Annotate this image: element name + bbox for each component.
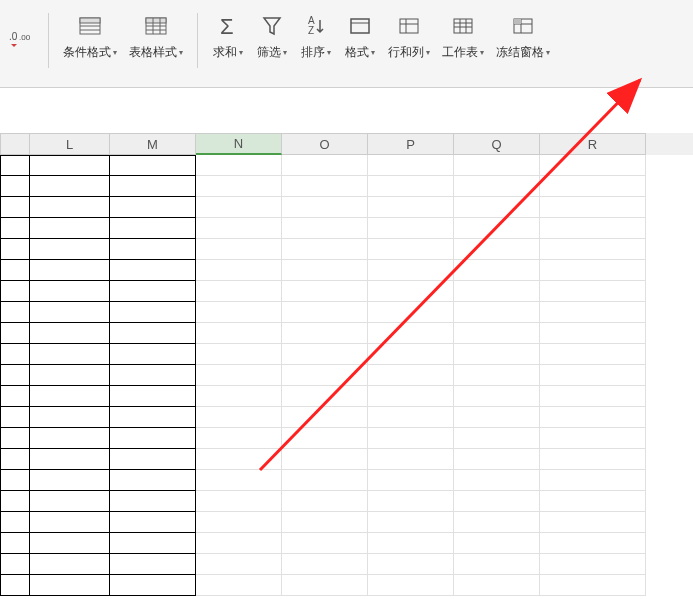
cell[interactable] [454, 386, 540, 407]
column-header[interactable]: O [282, 133, 368, 155]
cell[interactable] [0, 365, 30, 386]
table-style-button[interactable]: 表格样式 ▾ [123, 8, 189, 73]
cell[interactable] [368, 470, 454, 491]
cell[interactable] [0, 281, 30, 302]
column-header[interactable] [0, 133, 30, 155]
cell[interactable] [282, 491, 368, 512]
cell[interactable] [540, 533, 646, 554]
cell[interactable] [368, 302, 454, 323]
cell[interactable] [110, 533, 196, 554]
cell[interactable] [0, 176, 30, 197]
cell[interactable] [368, 197, 454, 218]
cell[interactable] [30, 386, 110, 407]
cell[interactable] [196, 491, 282, 512]
cell[interactable] [454, 218, 540, 239]
cell[interactable] [30, 512, 110, 533]
cell[interactable] [540, 218, 646, 239]
cell[interactable] [110, 260, 196, 281]
cell[interactable] [0, 386, 30, 407]
cell[interactable] [30, 197, 110, 218]
cell[interactable] [282, 197, 368, 218]
rows-cols-button[interactable]: 行和列 ▾ [382, 8, 436, 73]
cell[interactable] [282, 218, 368, 239]
cell[interactable] [282, 323, 368, 344]
cell[interactable] [540, 449, 646, 470]
cell[interactable] [0, 554, 30, 575]
cell[interactable] [30, 239, 110, 260]
cell[interactable] [196, 197, 282, 218]
cell[interactable] [540, 407, 646, 428]
cell[interactable] [30, 449, 110, 470]
cell[interactable] [110, 344, 196, 365]
cell[interactable] [196, 218, 282, 239]
cell[interactable] [30, 365, 110, 386]
cell[interactable] [454, 491, 540, 512]
cell[interactable] [0, 449, 30, 470]
cell[interactable] [0, 575, 30, 596]
cell[interactable] [540, 554, 646, 575]
cell[interactable] [196, 365, 282, 386]
cell[interactable] [454, 575, 540, 596]
cell[interactable] [540, 491, 646, 512]
cell[interactable] [196, 533, 282, 554]
cell[interactable] [196, 575, 282, 596]
cell[interactable] [368, 239, 454, 260]
cell[interactable] [368, 575, 454, 596]
cell[interactable] [30, 470, 110, 491]
cell[interactable] [282, 239, 368, 260]
cell[interactable] [368, 512, 454, 533]
cell[interactable] [196, 407, 282, 428]
cell[interactable] [540, 575, 646, 596]
cell[interactable] [196, 554, 282, 575]
cell[interactable] [282, 554, 368, 575]
cell[interactable] [540, 365, 646, 386]
cell[interactable] [196, 176, 282, 197]
cell[interactable] [110, 239, 196, 260]
cell[interactable] [540, 428, 646, 449]
column-header[interactable]: M [110, 133, 196, 155]
cell[interactable] [30, 428, 110, 449]
cell[interactable] [0, 218, 30, 239]
cell[interactable] [454, 323, 540, 344]
cell[interactable] [454, 365, 540, 386]
cell[interactable] [454, 155, 540, 176]
cell[interactable] [454, 449, 540, 470]
cell[interactable] [196, 386, 282, 407]
cell[interactable] [540, 323, 646, 344]
column-header[interactable]: L [30, 133, 110, 155]
cell[interactable] [30, 491, 110, 512]
cell[interactable] [110, 176, 196, 197]
cell[interactable] [110, 491, 196, 512]
cell[interactable] [368, 218, 454, 239]
cell[interactable] [30, 218, 110, 239]
cell[interactable] [30, 260, 110, 281]
cell[interactable] [30, 533, 110, 554]
cell[interactable] [454, 302, 540, 323]
cell[interactable] [540, 470, 646, 491]
cell[interactable] [454, 512, 540, 533]
format-button[interactable]: 格式 ▾ [338, 8, 382, 73]
cell[interactable] [196, 155, 282, 176]
cell[interactable] [110, 218, 196, 239]
cell[interactable] [282, 365, 368, 386]
cell[interactable] [0, 407, 30, 428]
cell[interactable] [110, 197, 196, 218]
cell[interactable] [196, 281, 282, 302]
cell[interactable] [0, 197, 30, 218]
cell[interactable] [0, 323, 30, 344]
cell[interactable] [454, 176, 540, 197]
cell[interactable] [196, 302, 282, 323]
cell[interactable] [30, 575, 110, 596]
cell[interactable] [368, 428, 454, 449]
cell[interactable] [282, 407, 368, 428]
cell[interactable] [368, 386, 454, 407]
cell[interactable] [540, 281, 646, 302]
cell[interactable] [110, 365, 196, 386]
cell[interactable] [110, 323, 196, 344]
cell[interactable] [282, 302, 368, 323]
filter-button[interactable]: 筛选 ▾ [250, 8, 294, 73]
cell[interactable] [540, 239, 646, 260]
cell[interactable] [0, 260, 30, 281]
cell[interactable] [110, 386, 196, 407]
cell[interactable] [540, 344, 646, 365]
